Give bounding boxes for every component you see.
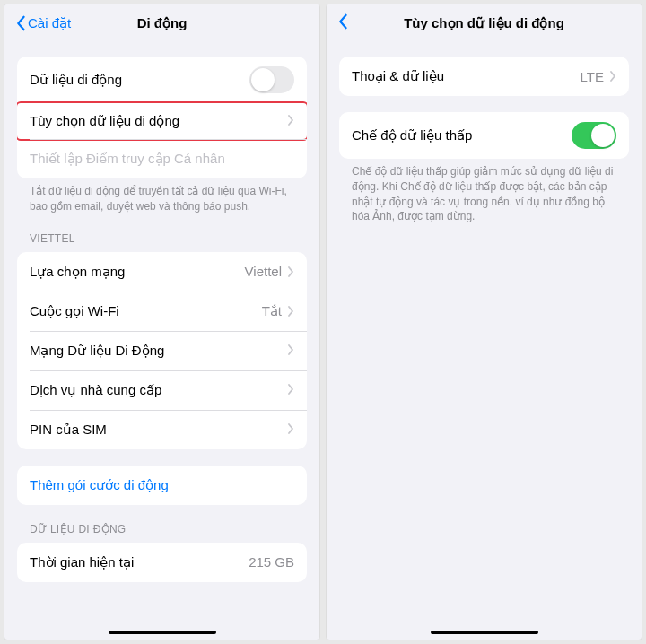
page-title: Tùy chọn dữ liệu di động <box>404 15 564 31</box>
section-viettel-header: VIETTEL <box>4 214 319 248</box>
wifi-calling-label: Cuộc gọi Wi-Fi <box>30 303 119 319</box>
cellular-data-label: Dữ liệu di động <box>30 72 122 88</box>
back-button[interactable]: Cài đặt <box>15 15 71 31</box>
chevron-left-icon <box>15 15 26 31</box>
cellular-footer-text: Tắt dữ liệu di động để truyền tất cả dữ … <box>4 178 319 214</box>
chevron-right-icon <box>287 266 294 277</box>
row-voice-data[interactable]: Thoại & dữ liệu LTE <box>339 57 629 96</box>
chevron-right-icon <box>287 114 294 128</box>
row-current-period[interactable]: Thời gian hiện tại 215 GB <box>17 543 307 582</box>
group-cellular: Dữ liệu di động Tùy chọn dữ liệu di động… <box>17 57 307 178</box>
chevron-right-icon <box>287 306 294 317</box>
row-personal-hotspot: Thiết lập Điểm truy cập Cá nhân <box>17 139 307 178</box>
voice-data-label: Thoại & dữ liệu <box>352 68 444 84</box>
low-data-toggle[interactable] <box>572 122 616 149</box>
screen-cellular-options: Tùy chọn dữ liệu di động Thoại & dữ liệu… <box>326 4 642 640</box>
row-carrier-services[interactable]: Dịch vụ nhà cung cấp <box>17 370 307 410</box>
group-add-plan: Thêm gói cước di động <box>17 466 307 505</box>
add-plan-label: Thêm gói cước di động <box>30 477 169 493</box>
personal-hotspot-label: Thiết lập Điểm truy cập Cá nhân <box>30 151 225 167</box>
cellular-options-label: Tùy chọn dữ liệu di động <box>30 113 179 129</box>
section-cellular-data-header: DỮ LIỆU DI ĐỘNG <box>4 505 319 539</box>
wifi-calling-value: Tắt <box>262 303 294 319</box>
home-indicator[interactable] <box>109 631 216 634</box>
low-data-footer-text: Chế độ dữ liệu thấp giúp giảm mức sử dụn… <box>327 159 642 224</box>
chevron-left-icon <box>337 13 348 30</box>
row-low-data-mode[interactable]: Chế độ dữ liệu thấp <box>339 112 629 159</box>
network-selection-label: Lựa chọn mạng <box>30 264 125 280</box>
group-low-data: Chế độ dữ liệu thấp <box>339 112 629 159</box>
sim-pin-label: PIN của SIM <box>30 422 107 438</box>
network-selection-value: Viettel <box>245 264 294 279</box>
row-cellular-options[interactable]: Tùy chọn dữ liệu di động <box>17 101 307 141</box>
row-sim-pin[interactable]: PIN của SIM <box>17 410 307 449</box>
row-cellular-network[interactable]: Mạng Dữ liệu Di Động <box>17 331 307 370</box>
current-period-value: 215 GB <box>249 554 294 570</box>
low-data-label: Chế độ dữ liệu thấp <box>352 127 472 144</box>
back-label: Cài đặt <box>28 15 71 31</box>
chevron-right-icon <box>287 422 294 437</box>
voice-data-value: LTE <box>581 69 616 84</box>
nav-header: Tùy chọn dữ liệu di động <box>327 4 642 40</box>
row-cellular-data[interactable]: Dữ liệu di động <box>17 57 307 103</box>
content-area: Thoại & dữ liệu LTE Chế độ dữ liệu thấp … <box>327 40 642 640</box>
group-voice-data: Thoại & dữ liệu LTE <box>339 57 629 96</box>
row-wifi-calling[interactable]: Cuộc gọi Wi-Fi Tắt <box>17 292 307 331</box>
chevron-right-icon <box>287 344 294 358</box>
nav-header: Cài đặt Di động <box>4 4 319 40</box>
row-network-selection[interactable]: Lựa chọn mạng Viettel <box>17 252 307 292</box>
cellular-data-toggle[interactable] <box>249 66 294 93</box>
group-usage: Thời gian hiện tại 215 GB <box>17 543 307 582</box>
chevron-right-icon <box>609 71 616 82</box>
home-indicator[interactable] <box>431 631 538 634</box>
current-period-label: Thời gian hiện tại <box>30 554 134 570</box>
group-viettel: Lựa chọn mạng Viettel Cuộc gọi Wi-Fi Tắt… <box>17 252 307 449</box>
row-add-plan[interactable]: Thêm gói cước di động <box>17 466 307 505</box>
screen-cellular-settings: Cài đặt Di động Dữ liệu di động Tùy chọn… <box>4 4 320 640</box>
page-title: Di động <box>137 15 188 31</box>
content-area: Dữ liệu di động Tùy chọn dữ liệu di động… <box>4 40 319 640</box>
carrier-services-label: Dịch vụ nhà cung cấp <box>30 382 162 398</box>
chevron-right-icon <box>287 383 294 397</box>
cellular-network-label: Mạng Dữ liệu Di Động <box>30 343 164 359</box>
back-button[interactable] <box>337 13 348 33</box>
